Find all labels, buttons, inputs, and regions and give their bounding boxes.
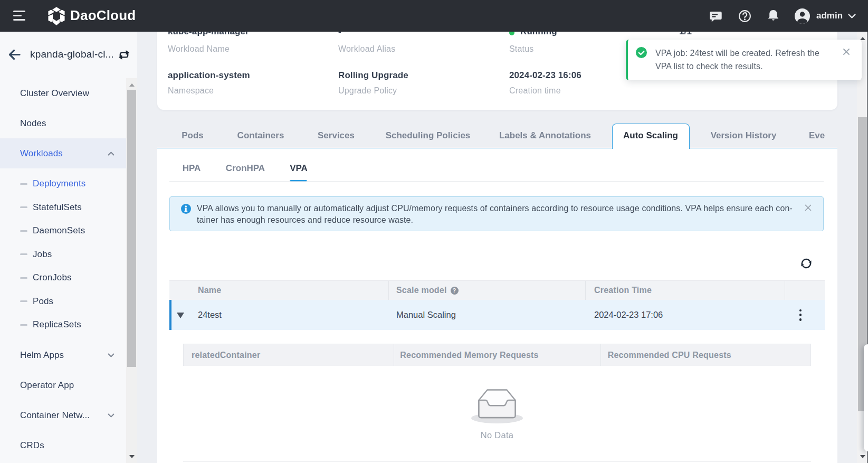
- brand-name: DaoCloud: [70, 7, 136, 24]
- no-data-icon: [471, 387, 523, 425]
- column-scale-model[interactable]: Scale model?: [389, 281, 586, 300]
- sidebar-item-daemonsets[interactable]: DaemonSets: [0, 219, 126, 243]
- tab-labels-annotations[interactable]: Labels & Annotations: [499, 130, 591, 141]
- vpa-table: Name Scale model? Creation Time 24test M…: [169, 280, 825, 330]
- sidebar-item-cronjobs[interactable]: CronJobs: [0, 266, 126, 290]
- info-icon: [181, 204, 191, 214]
- tab-containers[interactable]: Containers: [237, 130, 284, 141]
- sidebar-scrollbar[interactable]: [126, 78, 137, 463]
- sidebar-header: kpanda-global-cl...: [0, 32, 137, 78]
- vpa-alert-text: VPA allows you to manually or automatica…: [197, 203, 809, 226]
- question-badge-icon[interactable]: ?: [451, 287, 459, 295]
- user-chevron-down-icon[interactable]: [848, 14, 856, 18]
- vpa-table-header: Name Scale model? Creation Time: [169, 280, 825, 300]
- recommendation-table-header: relatedContainer Recommended Memory Requ…: [183, 344, 811, 366]
- help-icon[interactable]: [738, 10, 751, 23]
- auto-scaling-panel: HPA CronHPA VPA VPA allows you to manual…: [157, 148, 837, 463]
- tab-version-history[interactable]: Version History: [711, 130, 777, 141]
- row-name-cell: 24test: [169, 300, 389, 330]
- column-related-container: relatedContainer: [184, 344, 394, 366]
- dash-icon: [20, 230, 27, 232]
- dash-icon: [20, 300, 27, 302]
- page-scroll-up-icon[interactable]: [860, 37, 865, 40]
- scroll-down-icon[interactable]: [129, 455, 135, 458]
- creation-time-value: 2024-02-23 16:06: [509, 70, 581, 81]
- top-bar: DaoCloud admin: [0, 0, 868, 32]
- row-actions-cell: [785, 300, 825, 330]
- sidebar-item-container-network[interactable]: Container Netw...: [0, 401, 126, 431]
- dash-icon: [20, 183, 27, 185]
- dash-icon: [20, 277, 27, 279]
- sidebar-item-replicasets[interactable]: ReplicaSets: [0, 313, 126, 337]
- vpa-info-alert: VPA allows you to manually or automatica…: [169, 196, 824, 231]
- subtab-cronhpa[interactable]: CronHPA: [226, 163, 265, 174]
- sidebar-item-crds[interactable]: CRDs: [0, 431, 126, 461]
- workloads-submenu: Deployments StatefulSets DaemonSets Jobs…: [0, 168, 126, 341]
- vpa-table-row[interactable]: 24test Manual Scaling 2024-02-23 17:06: [169, 300, 825, 330]
- creation-time-label: Creation time: [509, 86, 561, 96]
- switch-cluster-icon[interactable]: [118, 50, 130, 60]
- tabbar-underline: [157, 148, 837, 148]
- sidebar-menu: Cluster Overview Nodes Workloads Deploym…: [0, 78, 126, 461]
- namespace-label: Namespace: [168, 86, 214, 96]
- sidebar-item-jobs[interactable]: Jobs: [0, 243, 126, 267]
- dash-icon: [20, 324, 27, 326]
- chevron-down-icon: [108, 353, 115, 357]
- sidebar-item-operator-app[interactable]: Operator App: [0, 371, 126, 401]
- empty-state: No Data: [183, 387, 811, 440]
- sidebar-item-cluster-overview[interactable]: Cluster Overview: [0, 78, 126, 108]
- row-creation-time-cell: 2024-02-23 17:06: [586, 300, 785, 330]
- tab-events[interactable]: Eve: [809, 130, 825, 141]
- chevron-down-icon: [108, 413, 115, 418]
- workload-name-label: Workload Name: [168, 44, 230, 54]
- no-data-text: No Data: [183, 430, 811, 440]
- row-scale-model-cell: Manual Scaling: [389, 300, 586, 330]
- sidebar-item-workloads[interactable]: Workloads: [0, 138, 126, 168]
- sidebar-item-statefulsets[interactable]: StatefulSets: [0, 196, 126, 220]
- hamburger-menu-icon[interactable]: [13, 11, 25, 21]
- alert-close-icon[interactable]: [805, 204, 812, 211]
- bell-icon[interactable]: [767, 9, 780, 22]
- page-scroll-down-icon[interactable]: [860, 455, 865, 458]
- workload-alias-label: Workload Alias: [338, 44, 395, 54]
- success-toast: VPA job: 24test will be created. Refresh…: [626, 40, 862, 80]
- subtab-divider: [169, 181, 824, 182]
- column-recommended-memory: Recommended Memory Requests: [394, 344, 600, 366]
- sidebar-item-deployments[interactable]: Deployments: [0, 172, 126, 196]
- sidebar-item-pods[interactable]: Pods: [0, 290, 126, 314]
- tab-services[interactable]: Services: [318, 130, 355, 141]
- namespace-value: application-system: [168, 70, 250, 81]
- tab-auto-scaling[interactable]: Auto Scaling: [623, 130, 678, 141]
- cluster-name[interactable]: kpanda-global-cl...: [30, 49, 114, 60]
- tab-scheduling-policies[interactable]: Scheduling Policies: [386, 130, 471, 141]
- collapse-row-icon[interactable]: [177, 313, 184, 318]
- scroll-up-icon[interactable]: [129, 83, 135, 87]
- column-recommended-cpu: Recommended CPU Requests: [601, 344, 810, 366]
- refresh-icon[interactable]: [800, 257, 813, 270]
- user-name[interactable]: admin: [816, 11, 843, 21]
- toast-message: VPA job: 24test will be created. Refresh…: [655, 46, 829, 73]
- column-creation-time[interactable]: Creation Time: [586, 281, 785, 300]
- back-arrow-icon[interactable]: [8, 49, 21, 60]
- tab-pods[interactable]: Pods: [182, 130, 204, 141]
- recommendation-table: relatedContainer Recommended Memory Requ…: [183, 344, 811, 462]
- column-name[interactable]: Name: [169, 281, 389, 300]
- toast-close-icon[interactable]: [843, 48, 850, 55]
- sidebar-item-nodes[interactable]: Nodes: [0, 108, 126, 138]
- avatar-icon[interactable]: [795, 8, 810, 24]
- status-label: Status: [509, 44, 534, 54]
- kebab-menu-icon[interactable]: [799, 309, 802, 321]
- sidebar-item-helm-apps[interactable]: Helm Apps: [0, 341, 126, 371]
- side-panel-handle[interactable]: [864, 344, 868, 451]
- subtab-hpa[interactable]: HPA: [183, 163, 201, 174]
- sidebar-scrollbar-thumb[interactable]: [127, 90, 136, 367]
- dash-icon: [20, 253, 27, 255]
- dash-icon: [20, 206, 27, 208]
- subtab-vpa[interactable]: VPA: [290, 163, 308, 174]
- chevron-up-icon: [108, 152, 115, 156]
- column-actions: [785, 281, 825, 300]
- success-check-icon: [636, 47, 647, 58]
- sidebar: kpanda-global-cl... Cluster Overview Nod…: [0, 32, 137, 463]
- chat-icon[interactable]: [709, 10, 722, 23]
- upgrade-policy-value: Rolling Upgrade: [338, 70, 408, 81]
